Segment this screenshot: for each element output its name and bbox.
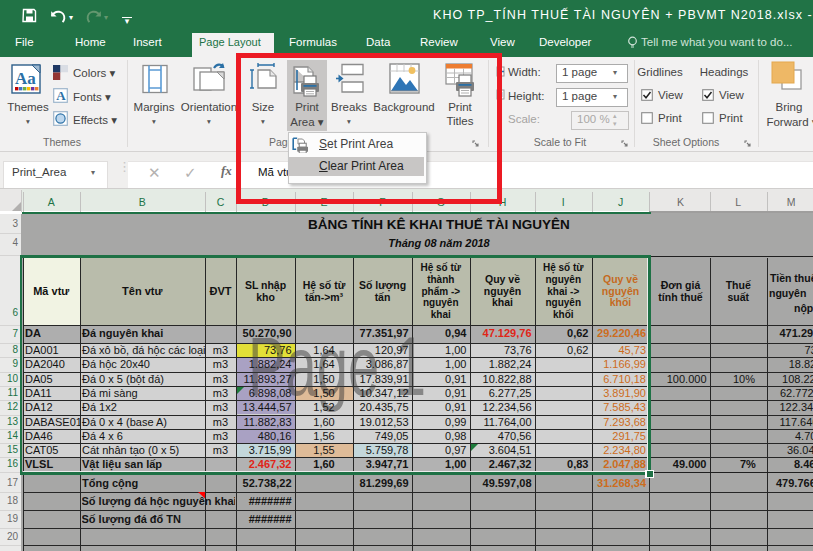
svg-text:A: A [56, 88, 66, 103]
svg-text:Aa: Aa [15, 69, 36, 88]
